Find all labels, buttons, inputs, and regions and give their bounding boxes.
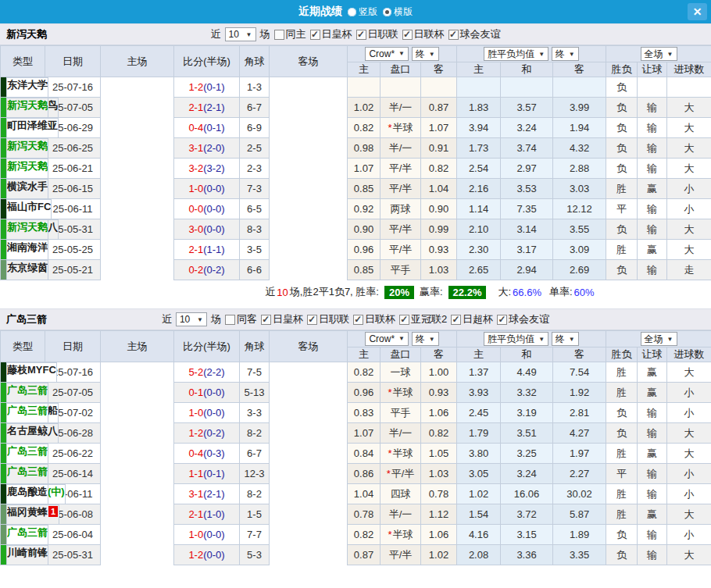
match-count-select[interactable]: 10▼ — [225, 27, 256, 41]
team-name: 新泻天鹅 — [7, 221, 48, 233]
same-venue-checkbox[interactable]: 同主 — [274, 27, 306, 41]
competition-checkbox[interactable]: ✓日皇杯 — [261, 312, 303, 326]
mean-draw: 3.36 — [501, 545, 553, 565]
corner-score: 5-13 — [240, 383, 270, 403]
radio-selected-icon — [383, 8, 391, 16]
result-handicap: 赢 — [638, 383, 667, 403]
match-date: 25-05-25 — [45, 240, 101, 260]
radio-label: 横版 — [394, 5, 413, 19]
close-icon[interactable]: ✕ — [688, 3, 707, 20]
team-section-header-2: 广岛三箭 近10▼场同客✓日皇杯✓日职联✓日联杯✓亚冠联2✓日超杯✓球会友谊 — [0, 308, 711, 330]
competition-checkbox[interactable]: ✓日职联 — [307, 312, 349, 326]
checkbox-label: 日职联 — [368, 27, 398, 41]
mean-draw: 3.53 — [501, 179, 553, 199]
result-handicap — [638, 77, 667, 98]
layout-radio-horizontal[interactable]: 横版 — [383, 5, 413, 19]
col-mean-away: 客 — [553, 62, 606, 77]
layout-radio-vertical[interactable]: 竖版 — [348, 5, 377, 19]
result-handicap: 赢 — [638, 444, 667, 464]
col-goals-result: 进球数 — [667, 62, 711, 77]
mean-away: 1.89 — [553, 525, 606, 545]
handicap-name: 半球 — [393, 447, 413, 459]
mean-away: 30.02 — [553, 484, 606, 504]
odds-away: 1.04 — [421, 179, 457, 199]
checkbox-checked-icon: ✓ — [353, 315, 363, 325]
handicap-name: 一球 — [391, 366, 411, 378]
odds-home: 0.83 — [348, 403, 381, 423]
mean-draw — [501, 77, 553, 98]
odds-home: 1.02 — [348, 98, 381, 118]
competition-checkbox[interactable]: ✓亚冠联2 — [399, 312, 447, 326]
checkbox-checked-icon: ✓ — [310, 30, 320, 40]
mean-away: 3.03 — [553, 179, 606, 199]
result-wdl: 胜 — [606, 362, 638, 383]
fullmatch-select[interactable]: 全场▼ — [641, 332, 677, 346]
checkbox-label: 球会友谊 — [460, 27, 501, 41]
mean-final-select[interactable]: 终▼ — [552, 47, 579, 61]
result-wdl: 负 — [606, 219, 638, 240]
competition-checkbox[interactable]: ✓球会友谊 — [497, 312, 549, 326]
fulltime-score: 1-0 — [188, 407, 203, 419]
handicap-name: 半/一 — [389, 142, 413, 154]
fulltime-score: 1-0 — [188, 529, 203, 540]
halftime-score: (0-1) — [203, 468, 224, 479]
mean-final-select[interactable]: 终▼ — [552, 332, 579, 346]
match-row: 日职联25-06-15新泻天鹅1-0(0-0)7-3横滨水手0.85平/半1.0… — [1, 179, 711, 199]
odds-final-select[interactable]: 终▼ — [412, 332, 439, 346]
summary-count: 10 — [277, 287, 288, 298]
score: 1-1(0-1) — [174, 464, 240, 484]
handicap-name: 半/一 — [389, 427, 413, 439]
team-name: 广岛三箭 — [7, 404, 48, 416]
col-corner: 角球 — [240, 46, 270, 77]
match-row: 日职联25-06-22横滨FC0-4(0-3)6-7广岛三箭0.84*半球1.0… — [1, 444, 711, 464]
competition-checkbox[interactable]: ✓球会友谊 — [448, 27, 501, 41]
odds-away: 0.82 — [421, 159, 457, 179]
fullmatch-select[interactable]: 全场▼ — [641, 47, 677, 61]
chevron-down-icon: ▼ — [429, 51, 435, 58]
competition-checkbox[interactable]: ✓日超杯 — [451, 312, 493, 326]
halftime-score: (2-2) — [203, 366, 224, 378]
competition-checkbox[interactable]: ✓日职联 — [356, 27, 398, 41]
fulltime-score: 1-2 — [188, 427, 203, 439]
away-team: 新泻天鹅 — [6, 98, 48, 118]
result-goals: 大 — [667, 240, 711, 260]
mean-home: 3.05 — [457, 464, 501, 484]
away-team: 湘南海洋 — [6, 240, 48, 260]
odds-away: 0.90 — [421, 199, 457, 219]
halftime-score: (0-0) — [203, 549, 224, 561]
mean-home — [457, 77, 501, 98]
match-count-select[interactable]: 10▼ — [176, 312, 207, 326]
mean-away: 4.27 — [553, 423, 606, 444]
handicap: 平/半 — [381, 179, 421, 199]
odds-final-select[interactable]: 终▼ — [412, 47, 439, 61]
handicap-star: * — [388, 387, 391, 398]
mean-home: 4.16 — [457, 525, 501, 545]
mean-away: 2.27 — [553, 464, 606, 484]
col-mean-away: 客 — [553, 347, 606, 362]
odds-away: 1.06 — [421, 525, 457, 545]
score: 0-4(0-3) — [174, 444, 240, 464]
result-goals: 大 — [667, 98, 711, 118]
competition-checkbox[interactable]: ✓日联杯 — [402, 27, 445, 41]
chevron-down-icon: ▼ — [667, 336, 673, 343]
result-goals: 小 — [667, 525, 711, 545]
competition-checkbox[interactable]: ✓日皇杯 — [310, 27, 352, 41]
mean-select[interactable]: 胜平负均值▼ — [484, 332, 548, 346]
handicap: 四球 — [381, 484, 421, 504]
away-team: 藤枝MYFC — [6, 362, 57, 383]
odds-source-select[interactable]: Crow*▼ — [365, 332, 409, 346]
mean-home: 2.10 — [457, 219, 501, 240]
handicap-name: 平/半 — [389, 223, 413, 235]
result-wdl: 胜 — [606, 179, 638, 199]
halftime-score: (0-0) — [203, 529, 224, 540]
mean-select[interactable]: 胜平负均值▼ — [484, 47, 548, 61]
mean-draw: 3.24 — [501, 118, 553, 138]
odds-source-select[interactable]: Crow*▼ — [365, 47, 409, 61]
matches-table-1: 类型 日期 主场 比分(半场) 角球 客场 Crow*▼ 终▼ 胜平负均值▼ 终… — [0, 45, 711, 280]
same-venue-checkbox[interactable]: 同客 — [225, 312, 257, 326]
competition-checkbox[interactable]: ✓日联杯 — [353, 312, 395, 326]
match-date: 25-06-15 — [45, 179, 101, 199]
handicap: 一球 — [381, 362, 421, 383]
near-label: 近 — [211, 27, 221, 41]
match-date: 25-07-16 — [45, 77, 101, 98]
